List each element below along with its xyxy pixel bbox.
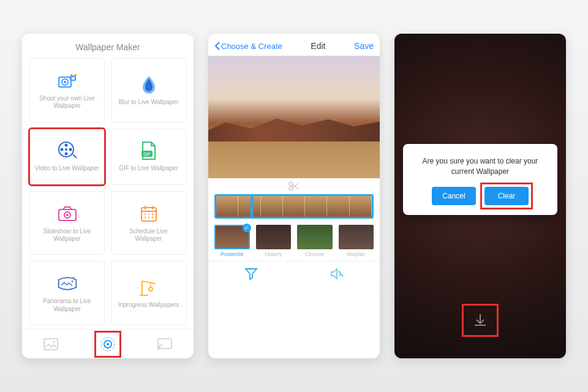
crane-icon: [138, 277, 159, 298]
save-button[interactable]: Save: [354, 41, 374, 51]
cell-schedule-live[interactable]: Schedule Live Wallpaper: [111, 191, 186, 255]
highlight: [94, 331, 121, 358]
tab-cast[interactable]: [154, 333, 176, 355]
svg-point-8: [64, 144, 67, 147]
svg-point-39: [289, 182, 293, 186]
highlight: [462, 304, 499, 337]
page-title: Wallpaper Maker: [22, 34, 194, 58]
svg-point-11: [60, 148, 63, 151]
edit-title: Edit: [311, 41, 325, 51]
cell-inprogress[interactable]: Inprogress Wallpapers: [111, 261, 186, 325]
edit-screen: Choose & Create Edit Save ✓ Posterize Hi…: [208, 34, 380, 358]
maker-grid: Shoot your own Live Wallpaper Blur to Li…: [22, 58, 194, 329]
cell-gif-live[interactable]: GIF GIF to Live Wallpaper: [111, 129, 186, 185]
tab-gallery[interactable]: [40, 333, 62, 355]
svg-point-40: [289, 187, 293, 190]
clear-dialog-screen: Are you sure you want to clear your curr…: [394, 34, 566, 358]
bottom-nav: [22, 329, 194, 358]
check-icon: ✓: [243, 224, 251, 232]
svg-point-7: [65, 148, 67, 151]
svg-point-10: [64, 153, 67, 156]
gif-file-icon: GIF: [138, 140, 159, 161]
back-button[interactable]: Choose & Create: [214, 42, 282, 51]
download-button[interactable]: [468, 308, 492, 333]
chevron-left-icon: [214, 42, 220, 50]
calendar-icon: [138, 203, 159, 224]
speaker-muted-icon: [330, 268, 344, 280]
svg-point-34: [53, 341, 55, 342]
funnel-icon: [244, 268, 258, 280]
cell-video-live[interactable]: Video to Live Wallpaper: [29, 129, 105, 185]
panorama-icon: [57, 273, 78, 294]
video-timeline[interactable]: [214, 194, 374, 219]
split-button[interactable]: [208, 178, 380, 194]
highlight: [480, 183, 533, 209]
svg-point-21: [144, 213, 145, 214]
svg-point-9: [69, 148, 72, 151]
filter-posterize[interactable]: ✓ Posterize: [214, 225, 250, 257]
mute-tab[interactable]: [330, 268, 344, 282]
svg-point-24: [144, 216, 145, 217]
svg-text:GIF: GIF: [143, 152, 151, 156]
cancel-button[interactable]: Cancel: [432, 187, 476, 205]
filter-history[interactable]: History: [256, 225, 292, 257]
svg-point-16: [66, 214, 69, 216]
svg-point-27: [71, 281, 73, 282]
cell-slideshow-live[interactable]: Slideshow to Live Wallpaper: [29, 191, 105, 255]
camera-pink-icon: [57, 203, 78, 224]
svg-point-23: [151, 213, 153, 214]
wallpaper-maker-screen: Wallpaper Maker Shoot your own Live Wall…: [22, 34, 194, 358]
cell-panorama-live[interactable]: Panorama to Live Wallpaper: [29, 261, 105, 325]
preview-image: [208, 56, 380, 178]
camera-icon: [57, 70, 78, 91]
film-reel-icon: [57, 140, 78, 161]
svg-point-31: [149, 287, 153, 291]
filter-chrome[interactable]: Chrome: [297, 225, 333, 257]
confirm-dialog: Are you sure you want to clear your curr…: [403, 144, 557, 215]
edit-header: Choose & Create Edit Save: [208, 34, 380, 56]
drop-icon: [138, 74, 159, 95]
filter-row: ✓ Posterize History Chrome Mayfair: [208, 225, 380, 261]
trim-handle[interactable]: [251, 195, 253, 218]
svg-point-2: [64, 81, 66, 83]
svg-point-25: [148, 216, 149, 217]
edit-footer: [208, 261, 380, 288]
cell-blur-live[interactable]: Blur to Live Wallpaper: [111, 58, 186, 123]
scissors-icon: [288, 181, 300, 192]
dialog-message: Are you sure you want to clear your curr…: [414, 156, 546, 177]
svg-line-29: [142, 281, 156, 284]
tab-maker[interactable]: [97, 333, 119, 355]
filter-mayfair[interactable]: Mayfair: [339, 225, 374, 257]
svg-rect-32: [140, 295, 148, 296]
cell-shoot-live[interactable]: Shoot your own Live Wallpaper: [29, 58, 105, 123]
filter-tab[interactable]: [244, 268, 258, 282]
svg-point-26: [151, 216, 153, 217]
svg-rect-33: [44, 339, 58, 350]
svg-point-22: [148, 213, 149, 214]
